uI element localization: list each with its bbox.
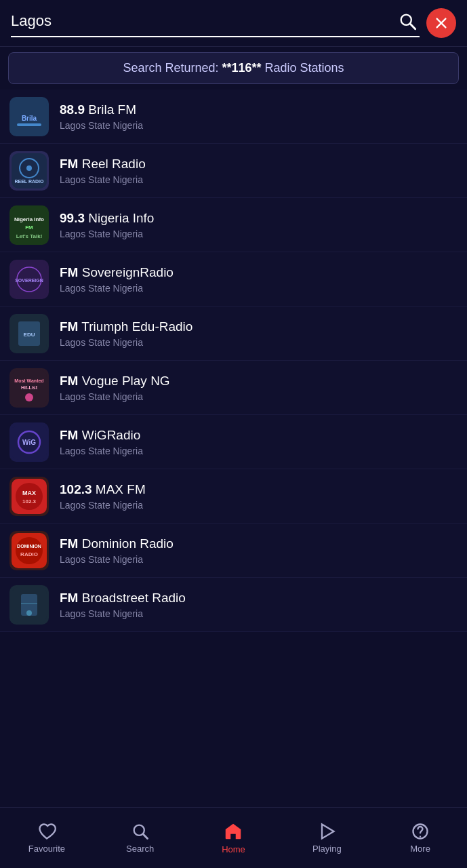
station-info: FM Triumph Edu-Radio Lagos State Nigeria bbox=[60, 319, 458, 348]
station-name: FM SovereignRadio bbox=[60, 264, 458, 281]
search-header bbox=[0, 0, 467, 47]
station-name: FM WiGRadio bbox=[60, 427, 458, 444]
svg-point-29 bbox=[16, 483, 43, 510]
station-location: Lagos State Nigeria bbox=[60, 120, 458, 131]
svg-point-24 bbox=[25, 393, 33, 401]
station-item[interactable]: REEL RADIO FM Reel Radio Lagos State Nig… bbox=[0, 144, 467, 198]
station-name: FM Triumph Edu-Radio bbox=[60, 319, 458, 336]
station-location: Lagos State Nigeria bbox=[60, 391, 458, 402]
svg-marker-42 bbox=[322, 825, 334, 839]
search-input[interactable] bbox=[11, 12, 395, 30]
nav-label-home: Home bbox=[222, 844, 245, 854]
svg-text:102.3: 102.3 bbox=[22, 498, 37, 505]
svg-text:Let's Talk!: Let's Talk! bbox=[16, 233, 43, 239]
nav-label-more: More bbox=[410, 844, 430, 854]
svg-rect-6 bbox=[17, 123, 41, 126]
station-location: Lagos State Nigeria bbox=[60, 229, 458, 239]
nav-item-more[interactable]: More bbox=[373, 816, 467, 859]
station-name: FM Dominion Radio bbox=[60, 536, 458, 553]
result-banner: Search Returned: **116** Radio Stations bbox=[8, 52, 459, 84]
station-name: 102.3 MAX FM bbox=[60, 481, 458, 498]
station-item[interactable]: Most Wanted Hit-List FM Vogue Play NG La… bbox=[0, 361, 467, 415]
station-logo: Nigeria Info FM Let's Talk! bbox=[9, 205, 49, 245]
svg-text:SOVEREIGN: SOVEREIGN bbox=[15, 278, 43, 283]
station-info: FM SovereignRadio Lagos State Nigeria bbox=[60, 264, 458, 294]
station-name: FM Vogue Play NG bbox=[60, 373, 458, 390]
nav-item-search[interactable]: Search bbox=[94, 816, 187, 859]
station-location: Lagos State Nigeria bbox=[60, 554, 458, 565]
station-name: FM Broadstreet Radio bbox=[60, 590, 458, 607]
station-item[interactable]: DOMINION RADIO FM Dominion Radio Lagos S… bbox=[0, 524, 467, 578]
station-name: FM Reel Radio bbox=[60, 156, 458, 173]
station-logo: WiG bbox=[9, 422, 49, 462]
station-logo: Most Wanted Hit-List bbox=[9, 368, 49, 408]
svg-line-41 bbox=[143, 834, 147, 838]
svg-text:FM: FM bbox=[25, 224, 33, 231]
nav-label-favourite: Favourite bbox=[28, 844, 65, 854]
station-location: Lagos State Nigeria bbox=[60, 283, 458, 294]
station-location: Lagos State Nigeria bbox=[60, 500, 458, 511]
station-location: Lagos State Nigeria bbox=[60, 337, 458, 348]
svg-text:Most Wanted: Most Wanted bbox=[14, 378, 43, 383]
svg-text:EDU: EDU bbox=[24, 332, 35, 338]
svg-point-39 bbox=[26, 610, 32, 616]
station-logo: REEL RADIO bbox=[9, 151, 49, 191]
station-info: 88.9 Brila FM Lagos State Nigeria bbox=[60, 102, 458, 131]
svg-text:Brila: Brila bbox=[22, 115, 37, 122]
station-info: FM Reel Radio Lagos State Nigeria bbox=[60, 156, 458, 185]
search-button[interactable] bbox=[395, 9, 420, 33]
station-item[interactable]: Brila 88.9 Brila FM Lagos State Nigeria bbox=[0, 90, 467, 144]
svg-text:RADIO: RADIO bbox=[20, 551, 38, 557]
station-location: Lagos State Nigeria bbox=[60, 608, 458, 619]
station-logo: DOMINION RADIO bbox=[9, 531, 49, 570]
station-info: FM WiGRadio Lagos State Nigeria bbox=[60, 427, 458, 456]
station-info: 99.3 Nigeria Info Lagos State Nigeria bbox=[60, 210, 458, 239]
station-info: FM Vogue Play NG Lagos State Nigeria bbox=[60, 373, 458, 402]
station-list: Brila 88.9 Brila FM Lagos State Nigeria … bbox=[0, 90, 467, 632]
station-location: Lagos State Nigeria bbox=[60, 446, 458, 456]
station-item[interactable]: FM Broadstreet Radio Lagos State Nigeria bbox=[0, 578, 467, 632]
station-logo: Brila bbox=[9, 97, 49, 136]
svg-point-9 bbox=[26, 165, 32, 171]
station-item[interactable]: EDU FM Triumph Edu-Radio Lagos State Nig… bbox=[0, 307, 467, 361]
station-item[interactable]: SOVEREIGN FM SovereignRadio Lagos State … bbox=[0, 252, 467, 307]
svg-text:WiG: WiG bbox=[22, 439, 36, 446]
svg-text:Nigeria Info: Nigeria Info bbox=[14, 216, 44, 222]
station-item[interactable]: Nigeria Info FM Let's Talk! 99.3 Nigeria… bbox=[0, 198, 467, 252]
station-info: FM Broadstreet Radio Lagos State Nigeria bbox=[60, 590, 458, 619]
svg-text:MAX: MAX bbox=[22, 490, 36, 496]
station-name: 99.3 Nigeria Info bbox=[60, 210, 458, 227]
station-name: 88.9 Brila FM bbox=[60, 102, 458, 119]
station-logo: MAX 102.3 bbox=[9, 477, 49, 516]
svg-text:DOMINION: DOMINION bbox=[17, 544, 41, 549]
nav-item-home[interactable]: Home bbox=[187, 816, 281, 860]
svg-text:Hit-List: Hit-List bbox=[21, 385, 38, 390]
nav-item-favourite[interactable]: Favourite bbox=[0, 816, 94, 859]
station-location: Lagos State Nigeria bbox=[60, 174, 458, 185]
clear-button[interactable] bbox=[426, 8, 456, 38]
station-info: FM Dominion Radio Lagos State Nigeria bbox=[60, 536, 458, 565]
station-logo: EDU bbox=[9, 314, 49, 353]
station-item[interactable]: WiG FM WiGRadio Lagos State Nigeria bbox=[0, 415, 467, 469]
nav-item-playing[interactable]: Playing bbox=[280, 816, 373, 859]
svg-text:REEL RADIO: REEL RADIO bbox=[14, 179, 44, 184]
station-logo bbox=[9, 585, 49, 625]
search-input-wrapper bbox=[11, 9, 420, 37]
station-info: 102.3 MAX FM Lagos State Nigeria bbox=[60, 481, 458, 511]
nav-label-playing: Playing bbox=[312, 844, 342, 854]
bottom-nav: Favourite Search Home Playing More bbox=[0, 807, 467, 868]
svg-point-33 bbox=[16, 537, 43, 564]
svg-point-44 bbox=[420, 836, 420, 837]
station-item[interactable]: MAX 102.3 102.3 MAX FM Lagos State Niger… bbox=[0, 469, 467, 524]
nav-label-search: Search bbox=[126, 844, 154, 854]
svg-line-1 bbox=[410, 24, 415, 29]
station-logo: SOVEREIGN bbox=[9, 260, 49, 299]
